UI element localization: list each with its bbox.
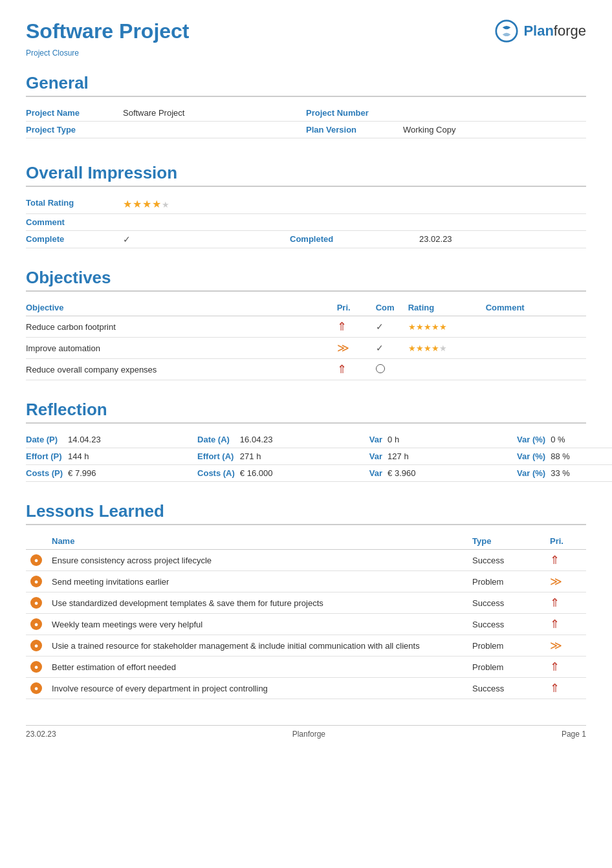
col-com: Com xyxy=(376,299,408,316)
objective-name: Improve automation xyxy=(26,338,337,359)
table-row: ●Ensure consistency across project lifec… xyxy=(26,550,586,571)
table-row: Plan Version Working Copy xyxy=(306,122,586,138)
col-pri: Pri. xyxy=(547,533,586,550)
objective-pri: ≫ xyxy=(337,338,376,359)
priority-high-icon: ⇑ xyxy=(550,618,560,631)
lesson-name: Ensure consistency across project lifecy… xyxy=(49,550,470,571)
lesson-type: Success xyxy=(470,678,547,699)
rating-stars: ★★★★ xyxy=(408,343,439,353)
col-type: Type xyxy=(470,533,547,550)
checkmark-icon: ✓ xyxy=(376,343,384,353)
table-row: ●Better estimation of effort neededProbl… xyxy=(26,656,586,678)
lesson-pri: ≫ xyxy=(547,635,586,656)
col-icon xyxy=(26,533,49,550)
objective-pri: ⇑ xyxy=(337,316,376,338)
reflection-label: Var xyxy=(369,431,388,448)
lesson-type-icon: ● xyxy=(30,597,42,609)
lesson-name: Involve resource of every department in … xyxy=(49,678,470,699)
reflection-value: 0 h xyxy=(388,431,517,448)
lesson-pri: ⇑ xyxy=(547,614,586,635)
lesson-pri: ⇑ xyxy=(547,656,586,678)
project-name-label: Project Name xyxy=(26,105,123,122)
lesson-name: Weekly team meetings were very helpful xyxy=(49,614,470,635)
lesson-type: Problem xyxy=(470,571,547,592)
table-row: ●Weekly team meetings were very helpfulS… xyxy=(26,614,586,635)
objective-rating: ★★★★★ xyxy=(408,338,486,359)
lesson-type-icon: ● xyxy=(30,576,42,587)
planforge-logo-icon xyxy=(495,19,518,43)
col-pri: Pri. xyxy=(337,299,376,316)
priority-high-icon: ⇑ xyxy=(550,682,560,695)
logo: Planforge xyxy=(495,19,586,43)
general-table-right: Project Number Plan Version Working Copy xyxy=(306,105,586,138)
page-footer: 23.02.23 Planforge Page 1 xyxy=(26,725,586,739)
objectives-divider xyxy=(26,290,586,292)
table-row: Total Rating ★★★★★ xyxy=(26,195,586,214)
lesson-pri: ≫ xyxy=(547,571,586,592)
lesson-icon: ● xyxy=(26,571,49,592)
table-row: ●Usie a trained resource for stakeholder… xyxy=(26,635,586,656)
lesson-pri: ⇑ xyxy=(547,550,586,571)
table-row: ●Send meeting invitations earlierProblem… xyxy=(26,571,586,592)
table-row: ●Use standardized development templates … xyxy=(26,592,586,614)
general-section-title: General xyxy=(26,73,586,93)
overall-divider xyxy=(26,186,586,187)
table-header-row: Name Type Pri. xyxy=(26,533,586,550)
reflection-label: Effort (A) xyxy=(197,448,240,465)
col-name: Name xyxy=(49,533,470,550)
complete-label: Complete xyxy=(26,231,123,248)
reflection-value: 271 h xyxy=(240,448,369,465)
reflection-label: Date (A) xyxy=(197,431,240,448)
priority-high-icon: ⇑ xyxy=(550,596,560,609)
lesson-type: Success xyxy=(470,592,547,614)
lesson-type: Success xyxy=(470,614,547,635)
lesson-type: Success xyxy=(470,550,547,571)
checkmark-icon: ✓ xyxy=(123,234,131,244)
completed-label: Completed xyxy=(290,231,419,248)
reflection-label: Costs (A) xyxy=(197,465,240,482)
reflection-label: Date (P) xyxy=(26,431,68,448)
objectives-section-title: Objectives xyxy=(26,268,586,288)
reflection-divider xyxy=(26,422,586,424)
reflection-value: € 3.960 xyxy=(388,465,517,482)
lesson-name: Use standardized development templates &… xyxy=(49,592,470,614)
project-type-label: Project Type xyxy=(26,122,123,138)
table-row: Project Type xyxy=(26,122,306,138)
reflection-label: Var xyxy=(369,465,388,482)
breadcrumb: Project Closure xyxy=(26,49,586,58)
table-row: Project Number xyxy=(306,105,586,122)
lesson-type-icon: ● xyxy=(30,640,42,651)
priority-high-icon: ⇑ xyxy=(550,660,560,673)
objective-comment xyxy=(486,316,586,338)
objective-name: Reduce overall company expenses xyxy=(26,359,337,380)
lesson-icon: ● xyxy=(26,678,49,699)
page-header: Software Project Planforge xyxy=(26,19,586,43)
reflection-value: 14.04.23 xyxy=(68,431,197,448)
objective-comment xyxy=(486,338,586,359)
comment-label: Comment xyxy=(26,214,123,231)
project-number-label: Project Number xyxy=(306,105,403,122)
rating-stars: ★★★★★ xyxy=(408,322,447,332)
reflection-value: 127 h xyxy=(388,448,517,465)
reflection-label: Var (%) xyxy=(517,431,551,448)
general-divider xyxy=(26,96,586,97)
objective-com: ✓ xyxy=(376,338,408,359)
lesson-pri: ⇑ xyxy=(547,678,586,699)
table-header-row: Objective Pri. Com Rating Comment xyxy=(26,299,586,316)
lesson-name: Send meeting invitations earlier xyxy=(49,571,470,592)
total-rating-label: Total Rating xyxy=(26,195,123,214)
col-rating: Rating xyxy=(408,299,486,316)
priority-med-icon: ≫ xyxy=(337,342,349,354)
priority-high-icon: ⇑ xyxy=(337,363,347,376)
project-type-value xyxy=(123,122,306,138)
project-number-value xyxy=(403,105,586,122)
lesson-pri: ⇑ xyxy=(547,592,586,614)
lesson-type: Problem xyxy=(470,656,547,678)
col-comment: Comment xyxy=(486,299,586,316)
lesson-icon: ● xyxy=(26,656,49,678)
project-name-value: Software Project xyxy=(123,105,306,122)
lessons-table: Name Type Pri. ●Ensure consistency acros… xyxy=(26,533,586,699)
svg-point-0 xyxy=(496,21,517,41)
lesson-icon: ● xyxy=(26,635,49,656)
total-rating-stars: ★★★★ xyxy=(123,199,162,210)
